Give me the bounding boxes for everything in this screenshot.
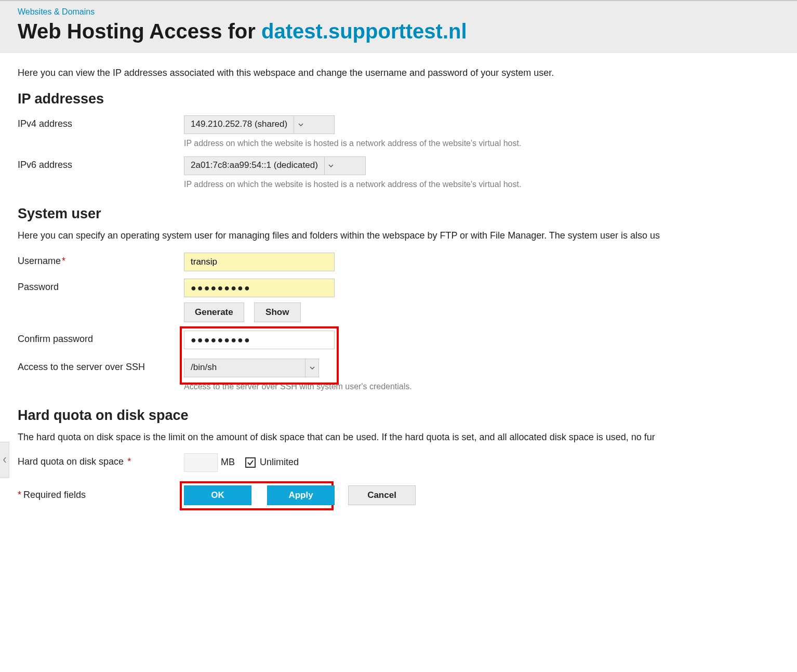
required-star-icon: * [62, 256, 65, 266]
sidebar-collapse-handle[interactable] [0, 442, 9, 478]
input-quota [184, 453, 218, 472]
chevron-down-icon [305, 359, 318, 377]
page-header: Websites & Domains Web Hosting Access fo… [0, 0, 797, 53]
select-ipv6-value: 2a01:7c8:aa99:54::1 (dedicated) [184, 157, 324, 175]
breadcrumb-root-link[interactable]: Websites & Domains [18, 7, 95, 17]
input-confirm-password[interactable]: ●●●●●●●●● [184, 331, 335, 349]
select-ssh[interactable]: /bin/sh [184, 359, 319, 377]
row-quota: Hard quota on disk space * MB Unlimited [18, 453, 779, 472]
row-ssh: Access to the server over SSH /bin/sh Ac… [18, 359, 779, 392]
label-password: Password [18, 279, 184, 293]
select-ipv6[interactable]: 2a01:7c8:aa99:54::1 (dedicated) [184, 156, 366, 175]
select-ipv4-value: 149.210.252.78 (shared) [184, 116, 294, 134]
label-ssh: Access to the server over SSH [18, 359, 184, 373]
page-intro: Here you can view the IP addresses assoc… [18, 68, 779, 78]
ok-button[interactable]: OK [184, 485, 251, 505]
row-ipv4: IPv4 address 149.210.252.78 (shared) IP … [18, 115, 779, 149]
row-ipv6: IPv6 address 2a01:7c8:aa99:54::1 (dedica… [18, 156, 779, 190]
select-ssh-value: /bin/sh [184, 359, 305, 377]
chevron-left-icon [2, 456, 7, 464]
hint-ipv4: IP address on which the website is hoste… [184, 137, 558, 149]
required-fields-note: *Required fields [18, 490, 184, 500]
generate-button[interactable]: Generate [184, 302, 244, 322]
label-confirm-password: Confirm password [18, 331, 184, 345]
apply-button[interactable]: Apply [267, 485, 335, 505]
page-title-domain: datest.supporttest.nl [261, 20, 467, 43]
quota-intro: The hard quota on disk space is the limi… [18, 432, 779, 443]
select-ipv4[interactable]: 149.210.252.78 (shared) [184, 115, 335, 134]
cancel-button[interactable]: Cancel [348, 485, 416, 505]
hint-ipv6: IP address on which the website is hoste… [184, 178, 558, 190]
row-username: Username* [18, 253, 779, 271]
unlimited-label: Unlimited [260, 457, 299, 468]
checkbox-unlimited[interactable]: Unlimited [245, 457, 299, 468]
label-ipv4: IPv4 address [18, 115, 184, 129]
section-ip-heading: IP addresses [18, 91, 779, 107]
breadcrumb: Websites & Domains [18, 7, 779, 17]
sysuser-intro: Here you can specify an operating system… [18, 230, 779, 241]
page-title: Web Hosting Access for datest.supporttes… [18, 19, 779, 44]
show-button[interactable]: Show [254, 302, 301, 322]
required-star-icon: * [125, 456, 131, 467]
section-sysuser-heading: System user [18, 206, 779, 222]
section-quota-heading: Hard quota on disk space [18, 407, 779, 424]
content-area: Here you can view the IP addresses assoc… [0, 53, 797, 521]
checkbox-icon [245, 457, 256, 468]
label-username: Username* [18, 253, 184, 267]
row-password: Password ●●●●●●●●● [18, 279, 779, 297]
row-confirm-password: Confirm password ●●●●●●●●● [18, 331, 779, 349]
chevron-down-icon [324, 157, 338, 175]
required-star-icon: * [18, 490, 21, 500]
chevron-down-icon [294, 116, 307, 134]
page-title-prefix: Web Hosting Access for [18, 20, 261, 43]
input-password[interactable]: ●●●●●●●●● [184, 279, 335, 297]
input-username[interactable] [184, 253, 335, 271]
row-password-buttons: Generate Show [18, 302, 779, 322]
label-quota: Hard quota on disk space * [18, 453, 184, 467]
label-ipv6: IPv6 address [18, 156, 184, 170]
footer-row: *Required fields OK Apply Cancel [18, 485, 779, 505]
quota-unit: MB [221, 457, 235, 468]
